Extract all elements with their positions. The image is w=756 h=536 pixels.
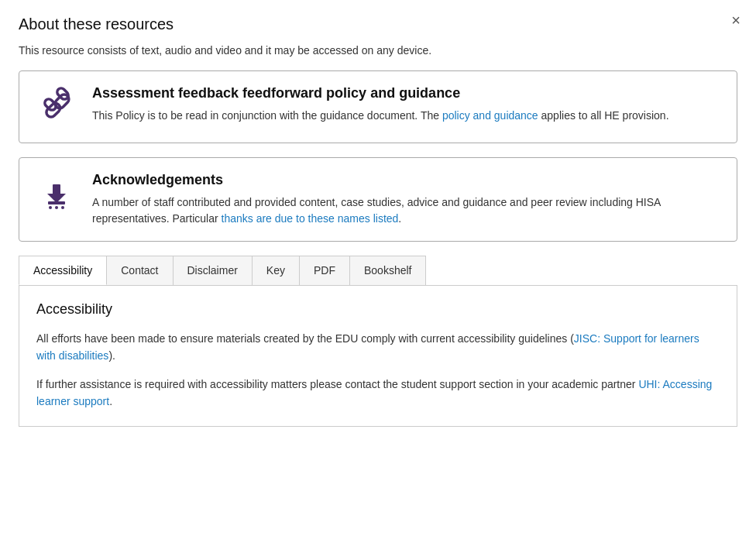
accessibility-para1: All efforts have been made to ensure mat… [36, 330, 720, 365]
tab-content-accessibility: Accessibility All efforts have been made… [19, 286, 737, 427]
svg-point-8 [55, 206, 58, 209]
tab-contact[interactable]: Contact [106, 256, 173, 285]
policy-link[interactable]: policy and guidance [442, 109, 538, 122]
policy-desc-after: applies to all HE provision. [538, 109, 669, 122]
para1-after: ). [108, 349, 115, 362]
ack-desc-after: . [398, 212, 401, 225]
tab-disclaimer[interactable]: Disclaimer [173, 256, 253, 285]
svg-point-9 [61, 206, 64, 209]
modal-title: About these resources [19, 15, 737, 33]
tab-bookshelf[interactable]: Bookshelf [349, 256, 426, 285]
accessibility-heading: Accessibility [36, 301, 720, 318]
tab-accessibility[interactable]: Accessibility [19, 256, 107, 285]
policy-card: Assessment feedback feedforward policy a… [19, 70, 737, 143]
policy-card-title: Assessment feedback feedforward policy a… [92, 85, 721, 101]
para1-before: All efforts have been made to ensure mat… [36, 332, 574, 345]
svg-rect-3 [53, 93, 71, 111]
acknowledgements-card-desc: A number of staff contributed and provid… [92, 194, 721, 227]
modal-container: × About these resources This resource co… [0, 0, 756, 445]
policy-desc-before: This Policy is to be read in conjunction… [92, 109, 442, 122]
tab-key[interactable]: Key [252, 256, 300, 285]
intro-text: This resource consists of text, audio an… [19, 44, 737, 57]
para2-before: If further assistance is required with a… [36, 378, 638, 390]
svg-point-7 [49, 206, 52, 209]
acknowledgements-card-content: Acknowledgements A number of staff contr… [92, 172, 721, 227]
close-button[interactable]: × [731, 12, 741, 28]
ack-link[interactable]: thanks are due to these names listed [222, 212, 399, 225]
policy-card-desc: This Policy is to be read in conjunction… [92, 108, 721, 124]
para2-after: . [109, 395, 112, 407]
acknowledgements-card-title: Acknowledgements [92, 172, 721, 188]
acknowledgements-card: Acknowledgements A number of staff contr… [19, 157, 737, 242]
chain-link-icon [35, 85, 78, 129]
accessibility-para2: If further assistance is required with a… [36, 376, 720, 411]
policy-card-content: Assessment feedback feedforward policy a… [92, 85, 721, 124]
tabs-bar: Accessibility Contact Disclaimer Key PDF… [19, 256, 737, 286]
tab-pdf[interactable]: PDF [299, 256, 350, 285]
download-icon [35, 172, 78, 215]
